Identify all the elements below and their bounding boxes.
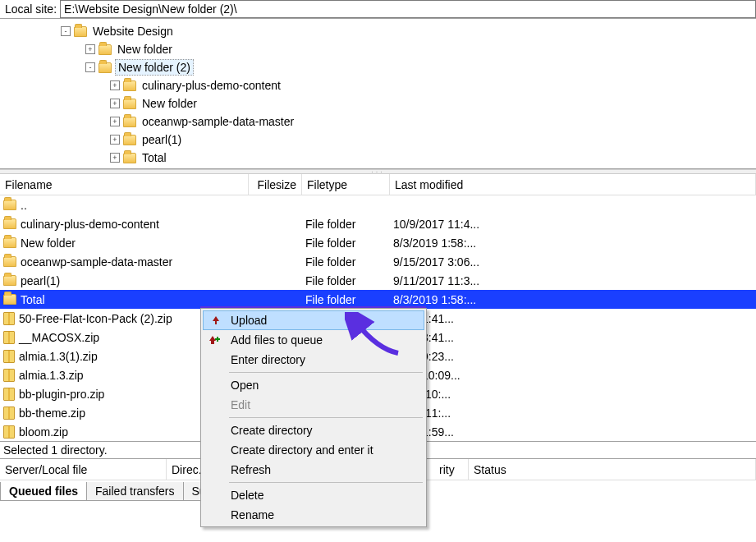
folder-icon — [99, 62, 112, 73]
menu-item-label: Open — [231, 379, 259, 392]
menu-item-label: Upload — [231, 314, 267, 327]
menu-separator — [229, 417, 423, 418]
tree-item[interactable]: -Website Design — [41, 22, 756, 40]
file-context-menu: UploadAdd files to queueEnter directoryO… — [200, 308, 427, 527]
folder-icon — [3, 294, 16, 305]
file-name: .. — [21, 199, 27, 212]
file-name: bb-plugin-pro.zip — [19, 388, 104, 401]
file-list-row[interactable]: .. — [0, 195, 756, 214]
file-list-row[interactable]: TotalFile folder8/3/2019 1:58:... — [0, 290, 756, 309]
tab-failed-transfers[interactable]: Failed transfers — [86, 482, 183, 501]
folder-icon — [3, 256, 16, 267]
menu-item-create-directory-and-enter-it[interactable]: Create directory and enter it — [203, 440, 424, 460]
folder-icon — [123, 80, 136, 91]
menu-item-refresh[interactable]: Refresh — [203, 460, 424, 480]
menu-separator — [229, 482, 423, 483]
file-name: almia.1.3.zip — [19, 369, 84, 382]
file-name: __MACOSX.zip — [19, 331, 99, 344]
tree-expand-toggle[interactable]: + — [110, 153, 120, 163]
folder-icon — [123, 99, 136, 109]
file-list-row[interactable]: culinary-plus-demo-contentFile folder10/… — [0, 214, 756, 233]
tree-item[interactable]: +oceanwp-sample-data-master — [41, 113, 756, 131]
file-list-header: Filename Filesize Filetype Last modified — [0, 174, 756, 195]
file-list-row[interactable]: oceanwp-sample-data-masterFile folder9/1… — [0, 252, 756, 271]
folder-icon — [74, 26, 87, 37]
menu-item-add-files-to-queue[interactable]: Add files to queue — [203, 330, 424, 350]
local-site-path-bar: Local site: — [0, 0, 756, 19]
folder-icon — [123, 117, 136, 127]
column-filesize[interactable]: Filesize — [249, 174, 302, 195]
folder-icon — [123, 153, 136, 163]
tree-item[interactable]: +Total — [41, 149, 756, 167]
folder-icon — [3, 200, 16, 210]
menu-item-rename[interactable]: Rename — [203, 505, 424, 525]
tree-item[interactable]: +New folder — [41, 40, 756, 58]
tree-item[interactable]: +pearl(1) — [41, 131, 756, 149]
tree-expand-toggle[interactable]: + — [110, 80, 120, 90]
file-name: bb-theme.zip — [19, 406, 85, 420]
local-site-path-input[interactable] — [60, 0, 756, 18]
tree-item-label: Website Design — [90, 24, 176, 39]
tree-expand-toggle[interactable]: + — [110, 135, 120, 145]
zip-file-icon — [3, 350, 15, 363]
queue-col-server-local[interactable]: Server/Local file — [0, 459, 167, 480]
queue-col-status[interactable]: Status — [469, 459, 756, 480]
menu-item-upload[interactable]: Upload — [203, 310, 424, 330]
tree-expand-toggle[interactable]: + — [85, 44, 95, 54]
folder-icon — [123, 135, 136, 145]
upload-arrow-icon — [208, 313, 223, 328]
tree-item[interactable]: +culinary-plus-demo-content — [41, 76, 756, 94]
menu-item-enter-directory[interactable]: Enter directory — [203, 350, 424, 370]
file-list-row[interactable]: New folderFile folder8/3/2019 1:58:... — [0, 233, 756, 252]
zip-file-icon — [3, 331, 15, 344]
tree-item[interactable]: -New folder (2) — [41, 58, 756, 76]
menu-item-label: Create directory and enter it — [231, 443, 373, 457]
file-name: New folder — [21, 237, 76, 250]
queue-col-priority[interactable]: rity — [434, 459, 469, 480]
menu-item-edit: Edit — [203, 395, 424, 415]
zip-file-icon — [3, 312, 15, 325]
folder-icon — [3, 275, 16, 286]
tree-expand-toggle[interactable]: - — [61, 26, 71, 36]
menu-item-label: Rename — [231, 508, 274, 521]
folder-icon — [3, 218, 16, 229]
menu-item-label: Edit — [231, 398, 250, 411]
tree-item-label: New folder (2) — [115, 59, 194, 76]
tree-item-label: culinary-plus-demo-content — [140, 78, 283, 93]
tree-expand-toggle[interactable]: - — [85, 62, 95, 72]
tree-item-label: Total — [140, 150, 169, 165]
add-to-queue-icon — [208, 333, 222, 347]
tree-item-label: New folder — [115, 42, 175, 57]
folder-tree-pane[interactable]: -Website Design+New folder-New folder (2… — [0, 19, 756, 169]
file-name: Total — [21, 293, 45, 306]
menu-item-label: Create directory — [231, 424, 313, 437]
menu-item-delete[interactable]: Delete — [203, 485, 424, 505]
tree-item-label: oceanwp-sample-data-master — [140, 114, 296, 129]
zip-file-icon — [3, 388, 15, 401]
column-filetype[interactable]: Filetype — [302, 174, 390, 195]
file-name: bloom.zip — [19, 425, 68, 439]
column-filename[interactable]: Filename — [0, 174, 249, 195]
tab-queued-files[interactable]: Queued files — [0, 482, 87, 501]
file-name: almia.1.3(1).zip — [19, 350, 98, 363]
selection-status-text: Selected 1 directory. — [3, 443, 108, 457]
column-last-modified[interactable]: Last modified — [390, 174, 756, 195]
tree-expand-toggle[interactable]: + — [110, 117, 120, 126]
folder-icon — [99, 44, 112, 55]
menu-item-label: Refresh — [231, 463, 271, 476]
menu-item-label: Delete — [231, 489, 263, 502]
tree-expand-toggle[interactable]: + — [110, 99, 120, 108]
menu-item-create-directory[interactable]: Create directory — [203, 420, 424, 440]
menu-separator — [229, 372, 423, 373]
file-name: culinary-plus-demo-content — [21, 218, 159, 231]
tree-item-label: pearl(1) — [140, 132, 184, 147]
tree-item-label: New folder — [140, 96, 199, 111]
file-name: oceanwp-sample-data-master — [21, 255, 172, 269]
folder-icon — [3, 237, 16, 248]
file-name: pearl(1) — [21, 274, 60, 287]
file-list-row[interactable]: pearl(1)File folder9/11/2017 11:3... — [0, 271, 756, 290]
menu-item-open[interactable]: Open — [203, 375, 424, 395]
zip-file-icon — [3, 425, 15, 439]
file-name: 50-Free-Flat-Icon-Pack (2).zip — [19, 312, 172, 325]
tree-item[interactable]: +New folder — [41, 94, 756, 113]
